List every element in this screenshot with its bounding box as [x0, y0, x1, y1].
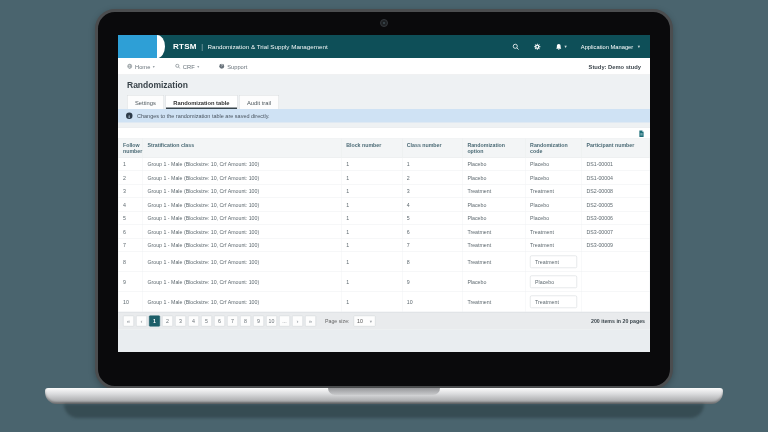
pager-page-9[interactable]: 9	[253, 316, 264, 327]
cell-class: 4	[402, 198, 463, 212]
pager-last-button[interactable]: »	[305, 316, 316, 327]
logo-swoosh-decoration	[157, 35, 165, 58]
cell-block: 1	[341, 272, 402, 292]
page-size-label: Page size:	[325, 318, 350, 324]
table-row: 4Group 1 - Male (Blocksize: 10, Crf Amou…	[118, 198, 650, 212]
randomization-table-card: Follow numberStratification classBlock n…	[118, 128, 650, 330]
pager-prev-button[interactable]: ‹	[136, 316, 147, 327]
cell-strat: Group 1 - Male (Blocksize: 10, Crf Amoun…	[143, 157, 342, 171]
table-row: 1Group 1 - Male (Blocksize: 10, Crf Amou…	[118, 157, 650, 171]
export-document-icon[interactable]	[638, 130, 646, 138]
content-bottom-area	[118, 330, 650, 353]
page-size-value: 10	[357, 318, 363, 324]
cell-code: Treatment	[525, 225, 581, 239]
table-toolbar	[118, 128, 650, 139]
cell-participant	[582, 272, 650, 292]
table-row: 5Group 1 - Male (Blocksize: 10, Crf Amou…	[118, 211, 650, 225]
cell-code	[525, 252, 581, 272]
cell-follow: 4	[118, 198, 142, 212]
cell-follow: 6	[118, 225, 142, 239]
notice-banner: i Changes to the randomization table are…	[118, 109, 650, 123]
pager-page-10[interactable]: 10	[266, 316, 277, 327]
cell-class: 10	[402, 292, 463, 312]
pager-page-7[interactable]: 7	[227, 316, 238, 327]
cell-option: Placebo	[463, 272, 526, 292]
cell-block: 1	[341, 225, 402, 239]
cell-class: 2	[402, 171, 463, 185]
cell-class: 7	[402, 238, 463, 252]
cell-option: Treatment	[463, 292, 526, 312]
pager-more-button[interactable]: ...	[279, 316, 290, 327]
pager-page-1[interactable]: 1	[149, 316, 160, 327]
cell-option: Placebo	[463, 157, 526, 171]
cell-block: 1	[341, 157, 402, 171]
globe-icon	[127, 64, 133, 70]
cell-participant	[582, 252, 650, 272]
pager-page-2[interactable]: 2	[162, 316, 173, 327]
cell-option: Placebo	[463, 211, 526, 225]
tab-audit-trail[interactable]: Audit trail	[239, 95, 279, 109]
page-size-dropdown[interactable]: 10 ▾	[354, 316, 376, 327]
cell-block: 1	[341, 252, 402, 272]
cell-code: Treatment	[525, 184, 581, 198]
search-icon	[175, 64, 181, 70]
pager-next-button[interactable]: ›	[292, 316, 303, 327]
pager-page-4[interactable]: 4	[188, 316, 199, 327]
pager-page-6[interactable]: 6	[214, 316, 225, 327]
pager-page-3[interactable]: 3	[175, 316, 186, 327]
tab-settings[interactable]: Settings	[127, 95, 164, 109]
table-row: 7Group 1 - Male (Blocksize: 10, Crf Amou…	[118, 238, 650, 252]
user-menu[interactable]: Application Manager ▾	[581, 44, 640, 50]
cell-follow: 9	[118, 272, 142, 292]
cell-block: 1	[341, 292, 402, 312]
cell-block: 1	[341, 238, 402, 252]
table-row: 10Group 1 - Male (Blocksize: 10, Crf Amo…	[118, 292, 650, 312]
cell-code: Placebo	[525, 198, 581, 212]
randomization-code-input[interactable]	[530, 296, 577, 309]
cell-option: Treatment	[463, 184, 526, 198]
nav-item-support[interactable]: ?Support	[219, 63, 247, 69]
cell-class: 6	[402, 225, 463, 239]
gear-icon[interactable]	[534, 43, 542, 51]
cell-code: Treatment	[525, 238, 581, 252]
notice-text: Changes to the randomization table are s…	[137, 113, 270, 119]
laptop-base-notch	[328, 388, 440, 395]
tab-bar: SettingsRandomization tableAudit trail	[118, 95, 650, 109]
nav-item-home[interactable]: Home▾	[127, 63, 155, 69]
cell-follow: 5	[118, 211, 142, 225]
cell-class: 9	[402, 272, 463, 292]
pager-page-8[interactable]: 8	[240, 316, 251, 327]
cell-code: Placebo	[525, 157, 581, 171]
pager-first-button[interactable]: «	[123, 316, 134, 327]
cell-strat: Group 1 - Male (Blocksize: 10, Crf Amoun…	[143, 184, 342, 198]
nav-item-crf[interactable]: CRF▾	[175, 63, 199, 69]
table-row: 2Group 1 - Male (Blocksize: 10, Crf Amou…	[118, 171, 650, 185]
brand-tagline: Randomization & Trial Supply Management	[207, 43, 327, 50]
chevron-down-icon: ▾	[565, 44, 567, 49]
table-body: 1Group 1 - Male (Blocksize: 10, Crf Amou…	[118, 157, 650, 312]
randomization-code-input[interactable]	[530, 256, 577, 269]
notifications-menu[interactable]: ▾	[555, 43, 567, 51]
bell-icon	[555, 43, 563, 51]
app-logo[interactable]	[118, 35, 157, 58]
user-menu-label: Application Manager	[581, 44, 633, 50]
randomization-code-input[interactable]	[530, 276, 577, 289]
search-icon[interactable]	[512, 43, 520, 51]
cell-participant: DS1-00001	[582, 157, 650, 171]
column-header: Stratification class	[143, 139, 342, 158]
brand-name: RTSM	[173, 42, 197, 51]
cell-code: Placebo	[525, 211, 581, 225]
brand-separator: |	[201, 43, 203, 51]
cell-strat: Group 1 - Male (Blocksize: 10, Crf Amoun…	[143, 225, 342, 239]
cell-code	[525, 292, 581, 312]
info-icon: i	[126, 113, 133, 120]
tab-randomization-table[interactable]: Randomization table	[165, 95, 237, 109]
cell-class: 1	[402, 157, 463, 171]
table-row: 3Group 1 - Male (Blocksize: 10, Crf Amou…	[118, 184, 650, 198]
cell-participant: DS2-00005	[582, 198, 650, 212]
column-header: Follow number	[118, 139, 142, 158]
pagination-bar: « ‹ 12345678910... › » Page size: 10 ▾ 2…	[118, 312, 650, 330]
cell-code	[525, 272, 581, 292]
pager-page-5[interactable]: 5	[201, 316, 212, 327]
cell-option: Placebo	[463, 198, 526, 212]
